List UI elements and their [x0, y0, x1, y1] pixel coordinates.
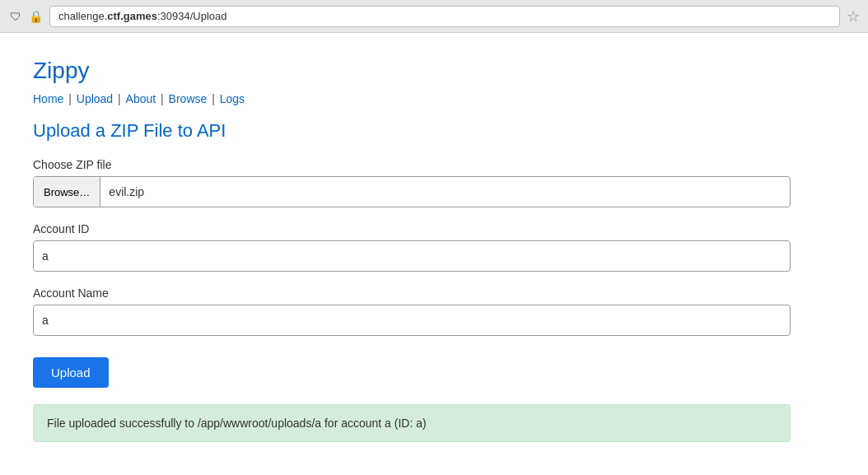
page-content: Zippy Home | Upload | About | Browse | L…	[0, 33, 868, 475]
app-title: Zippy	[33, 58, 835, 84]
nav-browse[interactable]: Browse	[169, 92, 208, 105]
lock-icon: 🔒	[28, 9, 43, 24]
account-id-label: Account ID	[33, 222, 835, 235]
account-name-group: Account Name	[33, 286, 835, 336]
account-id-input[interactable]	[33, 240, 791, 272]
page-heading: Upload a ZIP File to API	[33, 120, 835, 142]
file-label: Choose ZIP file	[33, 158, 835, 171]
nav-links: Home | Upload | About | Browse | Logs	[33, 92, 835, 105]
nav-upload[interactable]: Upload	[77, 92, 113, 105]
address-bar[interactable]: challenge.ctf.games:30934/Upload	[49, 6, 840, 27]
browse-button[interactable]: Browse…	[34, 177, 100, 207]
nav-home[interactable]: Home	[33, 92, 63, 105]
nav-logs[interactable]: Logs	[220, 92, 245, 105]
nav-about[interactable]: About	[126, 92, 156, 105]
url-text: challenge.ctf.games:30934/Upload	[58, 10, 227, 22]
success-message: File uploaded successfully to /app/wwwro…	[33, 404, 791, 442]
account-id-group: Account ID	[33, 222, 835, 272]
account-name-input[interactable]	[33, 305, 791, 336]
upload-button[interactable]: Upload	[33, 357, 109, 388]
file-input-container: Browse… evil.zip	[33, 176, 791, 207]
shield-icon: 🛡	[8, 9, 23, 24]
file-name-display: evil.zip	[100, 185, 152, 198]
browser-security-icons: 🛡 🔒	[8, 9, 43, 24]
file-input-group: Choose ZIP file Browse… evil.zip	[33, 158, 835, 207]
bookmark-star-icon[interactable]: ☆	[847, 7, 860, 26]
account-name-label: Account Name	[33, 286, 835, 300]
browser-toolbar: 🛡 🔒 challenge.ctf.games:30934/Upload ☆	[0, 0, 868, 33]
